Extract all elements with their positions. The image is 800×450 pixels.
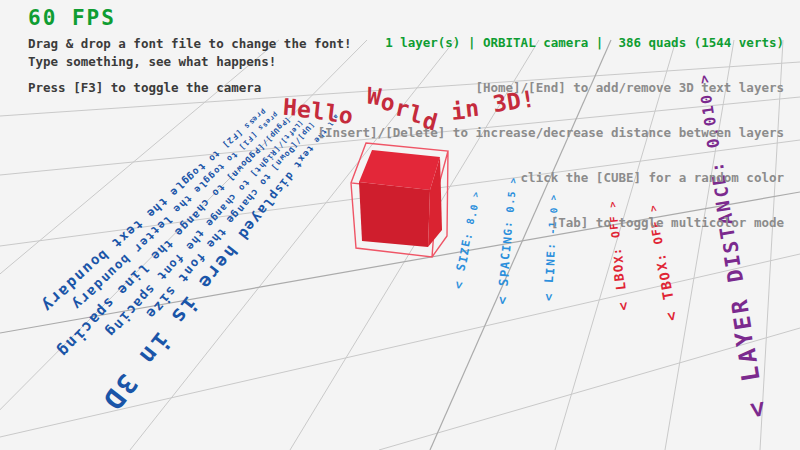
- instruction-layer-distance: [Insert]/[Delete] to increase/decrease d…: [317, 125, 784, 140]
- hud-right-panel: 1 layer(s) | ORBITAL camera | 386 quads …: [317, 5, 784, 260]
- instruction-type: Type something, see what happens!: [28, 54, 276, 69]
- fps-counter: 60 FPS: [28, 6, 116, 30]
- status-line: 1 layer(s) | ORBITAL camera | 386 quads …: [317, 35, 784, 50]
- instruction-cube-color: click the [CUBE] for a random color: [317, 170, 784, 185]
- instruction-layers: [Home]/[End] to add/remove 3D text layer…: [317, 80, 784, 95]
- viewport-3d[interactable]: all the text displayed here is in 3D[Up]…: [0, 0, 800, 450]
- instruction-camera-toggle: Press [F3] to toggle the camera: [28, 80, 261, 95]
- instruction-multicolor: [Tab] to toggle multicolor mode: [317, 215, 784, 230]
- instruction-drag-drop: Drag & drop a font file to change the fo…: [28, 36, 352, 51]
